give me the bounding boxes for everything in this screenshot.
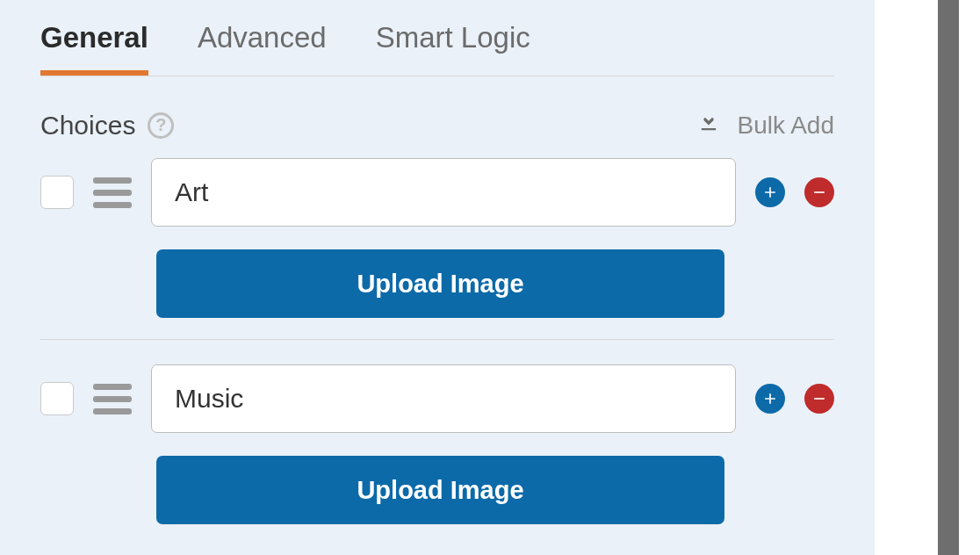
choice-actions xyxy=(755,177,834,207)
upload-wrap: Upload Image xyxy=(156,249,834,318)
upload-image-button[interactable]: Upload Image xyxy=(156,456,724,524)
tab-smart-logic[interactable]: Smart Logic xyxy=(376,21,530,76)
upload-image-button[interactable]: Upload Image xyxy=(156,249,724,318)
choices-label-text: Choices xyxy=(40,111,135,141)
drag-handle-icon[interactable] xyxy=(93,177,132,208)
right-gutter xyxy=(875,0,959,555)
tab-advanced[interactable]: Advanced xyxy=(198,21,327,76)
choice-row xyxy=(40,158,834,227)
choice-item: Upload Image xyxy=(40,158,834,340)
drag-handle-icon[interactable] xyxy=(93,384,132,414)
choice-row xyxy=(40,364,834,433)
help-icon[interactable]: ? xyxy=(148,112,174,139)
remove-choice-button[interactable] xyxy=(804,177,834,207)
upload-wrap: Upload Image xyxy=(156,456,834,524)
choice-text-input[interactable] xyxy=(151,364,736,433)
bulk-add-label: Bulk Add xyxy=(737,112,834,140)
tabs: General Advanced Smart Logic xyxy=(40,0,834,76)
add-choice-button[interactable] xyxy=(755,177,785,207)
tab-general[interactable]: General xyxy=(40,21,148,76)
bulk-add-button[interactable]: Bulk Add xyxy=(696,110,834,141)
choice-actions xyxy=(755,384,834,414)
settings-panel: General Advanced Smart Logic Choices ? B… xyxy=(0,0,875,555)
download-icon xyxy=(696,110,721,141)
choices-header: Choices ? Bulk Add xyxy=(40,110,834,141)
choice-text-input[interactable] xyxy=(151,158,736,227)
scrollbar[interactable] xyxy=(938,0,959,555)
add-choice-button[interactable] xyxy=(755,384,785,414)
choices-label: Choices ? xyxy=(40,111,174,141)
choice-default-checkbox[interactable] xyxy=(40,382,74,415)
remove-choice-button[interactable] xyxy=(804,384,834,414)
choice-default-checkbox[interactable] xyxy=(40,176,74,209)
choice-item: Upload Image xyxy=(40,364,834,545)
